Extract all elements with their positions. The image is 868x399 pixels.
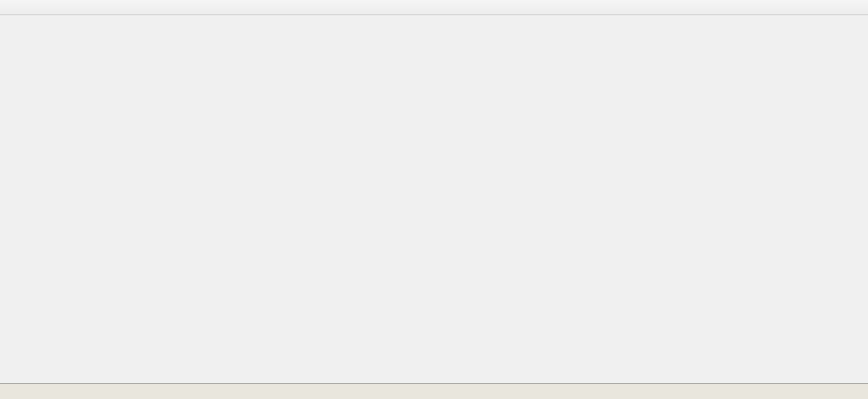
mt4-terminal-window: [0, 0, 868, 399]
chart-area: [0, 15, 868, 383]
symbol-tabbar: [0, 383, 868, 399]
timeframe-toolbar: [0, 0, 868, 15]
